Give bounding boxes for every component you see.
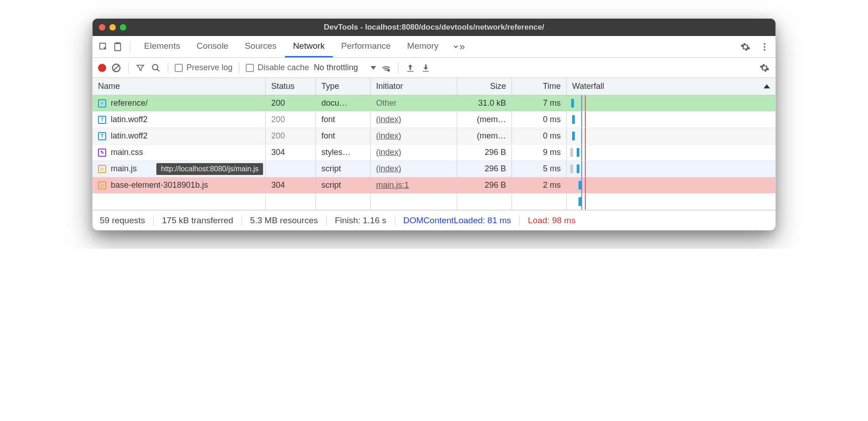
status-domcontentloaded: DOMContentLoaded: 81 ms [395, 216, 520, 226]
cell-time: 2 ms [512, 177, 567, 193]
minimize-window-button[interactable] [109, 24, 116, 31]
table-row[interactable]: ◇base-element-3018901b.js304scriptmain.j… [93, 177, 775, 194]
column-header-size[interactable]: Size [457, 78, 512, 95]
table-row[interactable]: ≡reference/200docu…Other31.0 kB7 ms [93, 95, 775, 112]
initiator-link[interactable]: (index) [376, 148, 401, 157]
status-finish: Finish: 1.16 s [327, 216, 395, 226]
window-title: DevTools - localhost:8080/docs/devtools/… [93, 23, 775, 32]
tab-sources[interactable]: Sources [237, 36, 285, 57]
close-window-button[interactable] [99, 24, 105, 31]
network-conditions-icon[interactable] [381, 62, 392, 73]
initiator-link[interactable]: (index) [376, 115, 401, 124]
initiator-link[interactable]: main.js:1 [376, 180, 409, 190]
dcl-line [581, 161, 582, 177]
tab-network[interactable]: Network [285, 36, 333, 57]
network-settings-icon[interactable] [759, 62, 770, 73]
column-header-time[interactable]: Time [512, 78, 567, 95]
table-row[interactable]: Tlatin.woff2200font(index)(mem…0 ms [93, 128, 775, 144]
initiator-link[interactable]: (index) [376, 164, 401, 174]
url-tooltip: http://localhost:8080/js/main.js [156, 163, 263, 175]
titlebar: DevTools - localhost:8080/docs/devtools/… [93, 19, 775, 36]
load-line [585, 161, 586, 177]
cell-waterfall [567, 95, 775, 111]
resource-name: main.css [111, 148, 143, 157]
panel-tabs: ElementsConsoleSourcesNetworkPerformance… [93, 36, 775, 58]
cell-waterfall [567, 161, 775, 177]
device-toolbar-icon[interactable] [112, 41, 124, 53]
cell-waterfall [567, 112, 775, 128]
cell-type: styles… [316, 144, 371, 160]
column-header-type[interactable]: Type [316, 78, 371, 95]
cell-initiator: (index) [371, 112, 457, 128]
waterfall-download-bar [572, 132, 575, 140]
settings-icon[interactable] [739, 41, 752, 53]
tab-elements[interactable]: Elements [136, 36, 188, 57]
sort-ascending-icon [764, 84, 770, 88]
tab-performance[interactable]: Performance [333, 36, 399, 57]
cell-name: ◇main.jshttp://localhost:8080/js/main.js [93, 161, 266, 177]
cell-time: 9 ms [512, 144, 567, 160]
svg-point-8 [153, 64, 158, 70]
cell-status: 304 [266, 177, 316, 193]
cell-name: Tlatin.woff2 [93, 112, 266, 128]
svg-line-9 [157, 69, 160, 71]
preserve-log-label: Preserve log [186, 63, 232, 72]
table-row[interactable]: ✎main.css304styles…(index)296 B9 ms [93, 144, 775, 161]
cell-initiator: main.js:1 [371, 177, 457, 193]
clear-icon[interactable] [111, 62, 122, 73]
separator [239, 62, 239, 73]
throttling-value: No throttling [314, 63, 358, 72]
column-header-waterfall[interactable]: Waterfall [567, 78, 775, 95]
initiator-link[interactable]: (index) [376, 131, 401, 141]
svg-point-5 [764, 49, 765, 51]
document-icon: ≡ [98, 99, 106, 108]
throttling-select[interactable]: No throttling [314, 63, 376, 72]
cell-waterfall [567, 144, 775, 160]
inspect-element-icon[interactable] [97, 41, 110, 53]
svg-point-10 [388, 69, 390, 72]
load-line [585, 144, 586, 160]
search-icon[interactable] [150, 62, 161, 73]
dcl-line [581, 194, 582, 210]
separator [398, 62, 398, 73]
status-load: Load: 98 ms [520, 216, 584, 226]
network-statusbar: 59 requests 175 kB transferred 5.3 MB re… [93, 210, 775, 230]
tab-console[interactable]: Console [188, 36, 237, 57]
cell-size: (mem… [457, 112, 512, 128]
cell-initiator: (index) [371, 161, 457, 177]
maximize-window-button[interactable] [120, 24, 126, 31]
separator [130, 41, 130, 53]
cell-time: 0 ms [512, 128, 567, 144]
column-header-status[interactable]: Status [266, 78, 316, 95]
record-button[interactable] [98, 64, 106, 72]
column-header-initiator[interactable]: Initiator [371, 78, 457, 95]
resource-name: latin.woff2 [111, 115, 148, 124]
svg-line-7 [114, 65, 119, 70]
cell-waterfall [567, 177, 775, 193]
disable-cache-checkbox[interactable]: Disable cache [246, 63, 309, 72]
initiator-text: Other [376, 98, 397, 108]
tab-memory[interactable]: Memory [399, 36, 447, 57]
resource-name: reference/ [111, 98, 148, 108]
table-row[interactable]: Tlatin.woff2200font(index)(mem…0 ms [93, 112, 775, 128]
devtools-window: DevTools - localhost:8080/docs/devtools/… [92, 18, 776, 231]
filter-icon[interactable] [135, 62, 146, 73]
script-icon: ◇ [98, 181, 106, 190]
download-har-icon[interactable] [420, 62, 431, 73]
dcl-line [581, 177, 582, 193]
separator [168, 62, 168, 73]
cell-status: 304 [266, 144, 316, 160]
table-row[interactable]: ◇main.jshttp://localhost:8080/js/main.js… [93, 161, 775, 177]
status-transferred: 175 kB transferred [154, 216, 242, 226]
svg-rect-2 [116, 42, 119, 43]
waterfall-download-bar [579, 197, 581, 206]
preserve-log-checkbox[interactable]: Preserve log [175, 63, 232, 72]
more-tabs-icon[interactable]: » [452, 41, 465, 53]
cell-name: ✎main.css [93, 144, 266, 160]
resource-name: main.js [111, 164, 137, 174]
cell-time: 5 ms [512, 161, 567, 177]
kebab-menu-icon[interactable] [758, 41, 771, 53]
upload-har-icon[interactable] [405, 62, 416, 73]
svg-rect-1 [115, 43, 121, 51]
column-header-name[interactable]: Name [93, 78, 266, 95]
